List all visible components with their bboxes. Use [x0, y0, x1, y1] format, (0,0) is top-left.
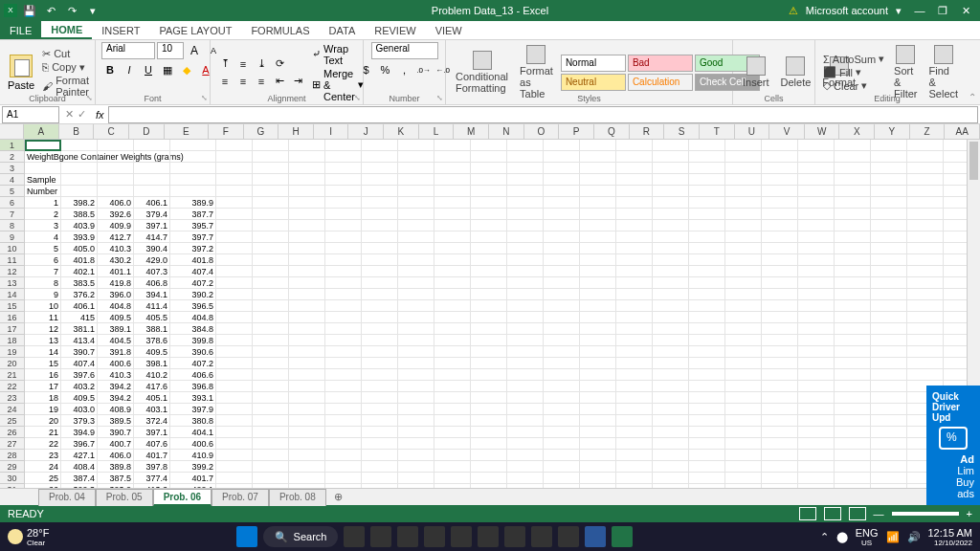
tab-file[interactable]: FILE [0, 21, 41, 39]
cell[interactable] [653, 300, 689, 312]
cell[interactable] [362, 438, 398, 450]
cell[interactable] [835, 197, 871, 209]
cell[interactable]: 389.5 [98, 415, 134, 427]
cell[interactable]: 7 [25, 266, 61, 277]
cell[interactable] [616, 312, 653, 323]
cell[interactable] [398, 358, 434, 369]
cell[interactable] [434, 186, 471, 197]
cell[interactable]: 405.0 [61, 243, 98, 254]
cell[interactable] [398, 323, 434, 335]
cell[interactable] [835, 381, 871, 392]
cell[interactable] [616, 427, 653, 438]
sort-filter-button[interactable]: Sort & Filter [890, 43, 921, 101]
cell[interactable] [616, 346, 653, 358]
cell[interactable]: 406.6 [170, 369, 216, 381]
cell[interactable] [398, 438, 434, 450]
cell[interactable] [325, 323, 362, 335]
cell[interactable] [434, 392, 471, 404]
zoom-slider[interactable] [892, 512, 959, 516]
cell[interactable] [871, 277, 907, 289]
cell[interactable] [689, 473, 725, 484]
cell[interactable] [325, 312, 362, 323]
tab-home[interactable]: HOME [41, 21, 92, 39]
cell[interactable] [362, 277, 398, 289]
cell[interactable] [653, 415, 689, 427]
cell[interactable] [216, 473, 253, 484]
cell[interactable] [580, 220, 616, 231]
cell[interactable] [471, 289, 507, 300]
cell[interactable] [398, 174, 434, 186]
cell[interactable] [289, 312, 325, 323]
cell[interactable] [471, 358, 507, 369]
cell[interactable] [907, 300, 944, 312]
cell[interactable] [653, 209, 689, 220]
cell[interactable]: 404.8 [98, 300, 134, 312]
cell[interactable]: 410.9 [170, 450, 216, 461]
row-header[interactable]: 23 [0, 392, 25, 404]
cell[interactable] [725, 346, 762, 358]
cell[interactable] [871, 243, 907, 254]
cell[interactable]: 387.5 [98, 473, 134, 484]
cell[interactable] [907, 346, 944, 358]
sheet-tab[interactable]: Prob. 04 [38, 489, 96, 506]
cell[interactable] [616, 300, 653, 312]
cell[interactable] [362, 323, 398, 335]
cell[interactable] [871, 473, 907, 484]
row-header[interactable]: 26 [0, 427, 25, 438]
cell[interactable] [798, 163, 835, 174]
cell[interactable] [544, 209, 580, 220]
cell[interactable] [507, 300, 544, 312]
accounting-format-button[interactable]: $ [358, 61, 375, 78]
cell[interactable] [689, 209, 725, 220]
cell[interactable]: 405.5 [134, 312, 170, 323]
cell[interactable] [289, 197, 325, 209]
cell[interactable] [398, 346, 434, 358]
cell[interactable]: 407.2 [170, 277, 216, 289]
cell[interactable] [653, 427, 689, 438]
wifi-icon[interactable]: 📶 [886, 531, 900, 543]
cell[interactable] [689, 312, 725, 323]
cell[interactable] [170, 151, 216, 163]
cell[interactable] [507, 174, 544, 186]
cell[interactable] [616, 369, 653, 381]
cell[interactable] [434, 473, 471, 484]
cell[interactable] [725, 277, 762, 289]
cell[interactable] [398, 140, 434, 151]
cell[interactable] [325, 197, 362, 209]
cell[interactable] [798, 392, 835, 404]
column-header[interactable]: H [278, 124, 314, 139]
cell[interactable] [362, 289, 398, 300]
row-header[interactable]: 27 [0, 438, 25, 450]
cell[interactable] [289, 209, 325, 220]
cell[interactable] [689, 369, 725, 381]
cell[interactable] [871, 392, 907, 404]
cell[interactable] [507, 450, 544, 461]
find-select-button[interactable]: Find & Select [925, 43, 963, 101]
cell[interactable] [725, 243, 762, 254]
cell[interactable] [835, 140, 871, 151]
cell[interactable] [762, 461, 798, 473]
cell[interactable] [471, 415, 507, 427]
column-header[interactable]: G [244, 124, 279, 139]
cell[interactable] [289, 438, 325, 450]
cell[interactable]: 409.5 [61, 392, 98, 404]
cell[interactable] [907, 163, 944, 174]
cell[interactable] [871, 450, 907, 461]
cell[interactable] [653, 335, 689, 346]
cell[interactable] [762, 438, 798, 450]
cell[interactable] [762, 427, 798, 438]
cell[interactable] [798, 277, 835, 289]
cell[interactable] [689, 186, 725, 197]
cell[interactable] [580, 415, 616, 427]
cell[interactable] [362, 335, 398, 346]
cell[interactable] [216, 450, 253, 461]
cell[interactable] [434, 358, 471, 369]
cell[interactable] [762, 289, 798, 300]
cell[interactable] [653, 254, 689, 266]
cell[interactable]: 380.8 [170, 415, 216, 427]
cell[interactable] [253, 438, 289, 450]
cell[interactable] [289, 220, 325, 231]
cell[interactable] [616, 323, 653, 335]
cell[interactable] [871, 427, 907, 438]
column-header[interactable]: Q [594, 124, 630, 139]
